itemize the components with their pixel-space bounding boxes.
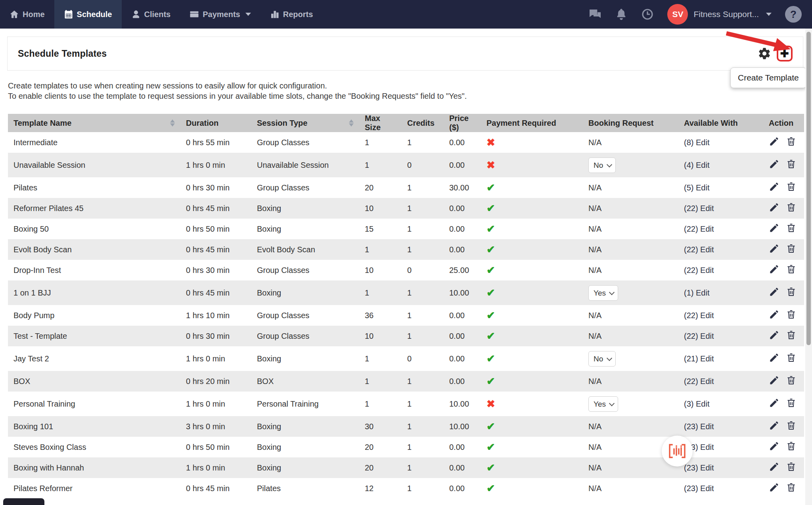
booking-request-select[interactable]: Yes bbox=[588, 285, 618, 301]
sort-arrows-icon[interactable] bbox=[170, 119, 175, 127]
template-name-cell: Boxing 101 bbox=[8, 416, 180, 437]
scan-fab-button[interactable] bbox=[662, 436, 693, 467]
account-menu[interactable]: SV Fitness Support... bbox=[667, 4, 772, 25]
credits-cell: 1 bbox=[402, 132, 444, 153]
nav-item-home[interactable]: Home bbox=[0, 0, 54, 29]
available-with-edit-link[interactable]: (22) Edit bbox=[684, 266, 714, 275]
available-with-edit-link[interactable]: (1) Edit bbox=[684, 288, 709, 297]
booking-request-dropdown[interactable]: No bbox=[588, 351, 616, 367]
credits-cell: 0 bbox=[402, 153, 444, 177]
edit-pencil-icon[interactable] bbox=[769, 286, 779, 297]
edit-pencil-icon[interactable] bbox=[769, 309, 779, 320]
payment-required-cell: ✖ bbox=[481, 153, 583, 177]
template-name-cell: Evolt Body Scan bbox=[8, 239, 180, 260]
edit-pencil-icon[interactable] bbox=[769, 441, 779, 451]
delete-trash-icon[interactable] bbox=[786, 330, 797, 340]
session-type-cell: Group Classes bbox=[251, 305, 359, 326]
credits-cell: 1 bbox=[402, 177, 444, 198]
available-with-edit-link[interactable]: (4) Edit bbox=[684, 161, 709, 169]
edit-pencil-icon[interactable] bbox=[769, 352, 779, 363]
max-size-cell: 1 bbox=[359, 132, 402, 153]
delete-trash-icon[interactable] bbox=[786, 352, 797, 363]
booking-request-cell: N/A bbox=[583, 260, 678, 280]
delete-trash-icon[interactable] bbox=[786, 243, 797, 254]
price-cell: 10.00 bbox=[444, 280, 481, 305]
booking-request-select[interactable]: Yes bbox=[588, 396, 618, 412]
nav-item-reports[interactable]: Reports bbox=[260, 0, 323, 29]
delete-trash-icon[interactable] bbox=[786, 482, 797, 493]
bell-icon[interactable] bbox=[615, 8, 628, 21]
edit-pencil-icon[interactable] bbox=[769, 482, 779, 493]
create-template-button[interactable]: ✚ bbox=[777, 46, 793, 61]
delete-trash-icon[interactable] bbox=[786, 441, 797, 451]
clock-icon[interactable] bbox=[641, 8, 654, 21]
edit-pencil-icon[interactable] bbox=[769, 461, 779, 472]
available-with-edit-link[interactable]: (22) Edit bbox=[684, 332, 714, 340]
edit-pencil-icon[interactable] bbox=[769, 202, 779, 213]
booking-request-dropdown[interactable]: No bbox=[588, 157, 616, 173]
available-with-edit-link[interactable]: (23) Edit bbox=[684, 463, 714, 472]
duration-cell: 0 hrs 45 min bbox=[180, 280, 251, 305]
session-type-cell: Group Classes bbox=[251, 326, 359, 346]
edit-pencil-icon[interactable] bbox=[769, 264, 779, 275]
credits-cell: 1 bbox=[402, 437, 444, 457]
available-with-edit-link[interactable]: (22) Edit bbox=[684, 204, 714, 213]
booking-request-dropdown[interactable]: Yes bbox=[588, 396, 618, 412]
check-icon: ✔ bbox=[486, 202, 495, 214]
scrollbar-thumb[interactable] bbox=[806, 32, 811, 345]
edit-pencil-icon[interactable] bbox=[769, 223, 779, 233]
edit-pencil-icon[interactable] bbox=[769, 243, 779, 254]
delete-trash-icon[interactable] bbox=[786, 136, 797, 147]
intro-line-2: To enable clients to use the template to… bbox=[8, 91, 467, 101]
credits-cell: 1 bbox=[402, 416, 444, 437]
booking-request-select[interactable]: No bbox=[588, 157, 616, 173]
booking-request-na: N/A bbox=[588, 138, 601, 147]
delete-trash-icon[interactable] bbox=[786, 202, 797, 213]
edit-pencil-icon[interactable] bbox=[769, 420, 779, 431]
payment-required-cell: ✔ bbox=[481, 280, 583, 305]
available-with-edit-link[interactable]: (5) Edit bbox=[684, 183, 709, 192]
available-with-edit-link[interactable]: (23) Edit bbox=[684, 484, 714, 493]
delete-trash-icon[interactable] bbox=[786, 397, 797, 408]
available-with-edit-link[interactable]: (22) Edit bbox=[684, 245, 714, 254]
edit-pencil-icon[interactable] bbox=[769, 181, 779, 192]
edit-pencil-icon[interactable] bbox=[769, 159, 779, 169]
available-with-edit-link[interactable]: (22) Edit bbox=[684, 377, 714, 386]
sort-arrows-icon[interactable] bbox=[349, 119, 354, 127]
edit-pencil-icon[interactable] bbox=[769, 136, 779, 147]
delete-trash-icon[interactable] bbox=[786, 461, 797, 472]
booking-request-select[interactable]: No bbox=[588, 351, 616, 367]
delete-trash-icon[interactable] bbox=[786, 309, 797, 320]
duration-cell: 0 hrs 50 min bbox=[180, 219, 251, 239]
delete-trash-icon[interactable] bbox=[786, 286, 797, 297]
available-with-edit-link[interactable]: (22) Edit bbox=[684, 225, 714, 233]
edit-pencil-icon[interactable] bbox=[769, 375, 779, 386]
delete-trash-icon[interactable] bbox=[786, 420, 797, 431]
available-with-edit-link[interactable]: (3) Edit bbox=[684, 399, 709, 408]
delete-trash-icon[interactable] bbox=[786, 223, 797, 233]
help-icon[interactable]: ? bbox=[785, 6, 802, 23]
nav-item-schedule[interactable]: Schedule bbox=[54, 0, 122, 29]
edit-pencil-icon[interactable] bbox=[769, 397, 779, 408]
delete-trash-icon[interactable] bbox=[786, 181, 797, 192]
column-header[interactable]: Session Type bbox=[251, 114, 359, 132]
edit-pencil-icon[interactable] bbox=[769, 330, 779, 340]
column-label: Duration bbox=[186, 119, 218, 128]
table-row: Boxing 500 hrs 50 minBoxing1510.00✔N/A(2… bbox=[8, 219, 804, 239]
available-with-edit-link[interactable]: (23) Edit bbox=[684, 422, 714, 431]
chat-icon[interactable] bbox=[589, 8, 601, 21]
available-with-edit-link[interactable]: (22) Edit bbox=[684, 311, 714, 320]
delete-trash-icon[interactable] bbox=[786, 375, 797, 386]
available-with-edit-link[interactable]: (8) Edit bbox=[684, 138, 709, 147]
avatar[interactable]: SV bbox=[667, 4, 688, 25]
action-cell bbox=[763, 346, 804, 371]
nav-item-clients[interactable]: Clients bbox=[122, 0, 180, 29]
delete-trash-icon[interactable] bbox=[786, 264, 797, 275]
booking-request-dropdown[interactable]: Yes bbox=[588, 285, 618, 301]
gear-icon[interactable] bbox=[758, 47, 771, 60]
column-header[interactable]: Template Name bbox=[8, 114, 180, 132]
duration-cell: 1 hrs 0 min bbox=[180, 392, 251, 416]
nav-item-payments[interactable]: Payments bbox=[180, 0, 260, 29]
available-with-edit-link[interactable]: (21) Edit bbox=[684, 354, 714, 363]
delete-trash-icon[interactable] bbox=[786, 159, 797, 169]
